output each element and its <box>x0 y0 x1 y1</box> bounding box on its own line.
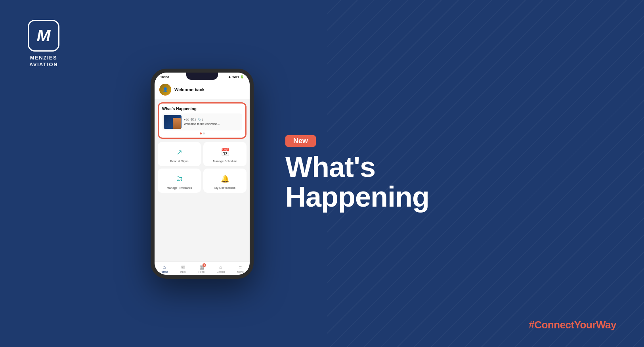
app-content: What's Happening ♥ 30 <box>155 99 250 261</box>
news-item[interactable]: ♥ 30 💬 2 📎 1 <box>162 113 242 130</box>
feed-label: Feed <box>199 270 204 273</box>
my-notifications-label: My Notifications <box>214 186 235 190</box>
manage-schedule-icon: 📅 <box>220 147 231 158</box>
manage-schedule-button[interactable]: 📅 Manage Schedule <box>203 142 247 166</box>
home-icon: ⌂ <box>163 264 166 270</box>
thumb-person <box>173 118 181 129</box>
nav-inbox[interactable]: ✉ Inbox <box>180 264 186 273</box>
attachment-icon: 📎 <box>198 118 201 121</box>
grid-buttons: ↗ Read & Signs 📅 Manage Schedule 🗂 Manag… <box>158 142 247 193</box>
inbox-label: Inbox <box>180 270 186 273</box>
feature-content: New What's Happening <box>285 135 429 212</box>
app-header: 👤 Welcome back <box>155 81 250 99</box>
welcome-text: Welcome back <box>174 87 204 92</box>
avatar-image: 👤 <box>159 84 171 96</box>
hashtag: #ConnectYourWay <box>529 319 616 331</box>
card-title: What's Happening <box>162 107 242 111</box>
thumb-bg <box>164 115 182 129</box>
nav-home[interactable]: ⌂ Home <box>161 264 168 273</box>
read-signs-label: Read & Signs <box>170 159 189 163</box>
dot-2 <box>203 132 205 134</box>
my-notifications-button[interactable]: 🔔 My Notifications <box>203 169 247 193</box>
brand-name: MENZIES AVIATION <box>28 55 59 68</box>
news-thumbnail <box>164 115 182 129</box>
notifications-icon: 🔔 <box>220 173 231 184</box>
news-info: ♥ 30 💬 2 📎 1 <box>184 118 241 126</box>
comment-icon: 💬 <box>191 118 194 121</box>
card-pagination <box>162 132 242 134</box>
comment-stat: 💬 2 <box>191 118 196 121</box>
status-time: 16:23 <box>160 75 169 79</box>
bottom-nav: ⌂ Home ✉ Inbox ▦ 1 Feed ⌕ Search ≡ <box>155 261 250 275</box>
news-stats: ♥ 30 💬 2 📎 1 <box>184 118 241 121</box>
nav-menu[interactable]: ≡ Menu <box>237 264 243 273</box>
attachment-stat: 📎 1 <box>198 118 203 121</box>
home-label: Home <box>161 270 168 273</box>
read-signs-icon: ↗ <box>174 147 185 158</box>
phone-mockup: 16:23 ▲ WiFi 🔋 👤 Welcome back What's Hap… <box>151 69 254 279</box>
feature-title-line2: Happening <box>285 181 429 213</box>
news-description: Welcome to the conversa... <box>184 122 241 126</box>
new-badge: New <box>285 135 316 146</box>
manage-timecards-label: Manage Timecards <box>167 186 192 190</box>
inbox-icon: ✉ <box>181 264 185 270</box>
logo-letter: M <box>37 27 51 44</box>
heart-stat: ♥ 30 <box>184 118 189 121</box>
phone-screen: 16:23 ▲ WiFi 🔋 👤 Welcome back What's Hap… <box>155 73 250 275</box>
logo-box: M <box>28 20 59 52</box>
nav-search[interactable]: ⌕ Search <box>217 264 225 273</box>
status-icons: ▲ WiFi 🔋 <box>228 75 244 79</box>
menu-label: Menu <box>237 270 243 273</box>
manage-schedule-label: Manage Schedule <box>213 159 237 163</box>
phone-notch <box>186 73 218 80</box>
nav-feed[interactable]: ▦ 1 Feed <box>199 264 204 273</box>
phone-body: 16:23 ▲ WiFi 🔋 👤 Welcome back What's Hap… <box>151 69 254 279</box>
feature-title: What's Happening <box>285 152 429 212</box>
avatar: 👤 <box>159 84 171 96</box>
manage-timecards-button[interactable]: 🗂 Manage Timecards <box>158 169 201 193</box>
feature-title-line1: What's <box>285 151 375 182</box>
heart-icon: ♥ <box>184 118 185 121</box>
dot-1 <box>200 132 202 134</box>
whats-happening-card[interactable]: What's Happening ♥ 30 <box>158 102 247 139</box>
feed-badge: 1 <box>203 263 206 267</box>
read-signs-button[interactable]: ↗ Read & Signs <box>158 142 201 166</box>
search-icon: ⌕ <box>219 264 222 270</box>
search-label: Search <box>217 270 225 273</box>
brand-logo: M MENZIES AVIATION <box>28 20 59 68</box>
menu-icon: ≡ <box>239 264 242 270</box>
manage-timecards-icon: 🗂 <box>174 173 185 184</box>
